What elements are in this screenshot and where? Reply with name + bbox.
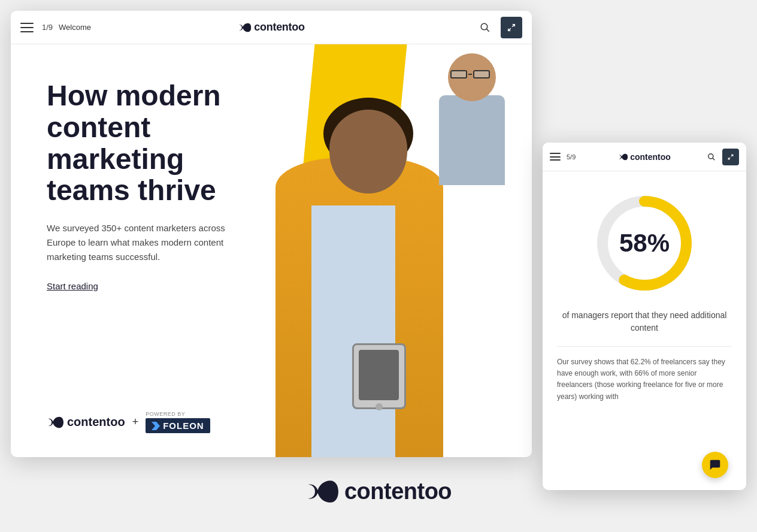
svg-point-5 — [708, 153, 713, 158]
search-button[interactable] — [474, 17, 496, 38]
foleon-brand: Powered by FOLEON — [146, 411, 210, 433]
svg-marker-4 — [152, 422, 160, 430]
logo-row: contentoo + Powered by FOLEON — [47, 411, 241, 433]
search-icon — [480, 22, 490, 33]
small-page-counter: 5/9 — [567, 153, 576, 161]
man-body — [439, 95, 505, 185]
foleon-icon — [152, 422, 160, 430]
tablet-screen — [359, 350, 399, 400]
welcome-label: Welcome — [59, 23, 91, 32]
small-topbar: 5/9 contentoo — [543, 143, 746, 171]
start-reading-link[interactable]: Start reading — [47, 281, 241, 291]
page-counter: 1/9 — [42, 23, 53, 32]
main-right-panel — [246, 44, 532, 457]
small-contentoo-logo: contentoo — [618, 152, 671, 162]
topbar-actions — [474, 17, 522, 38]
divider — [557, 346, 732, 347]
expand-button[interactable] — [501, 17, 522, 38]
small-logo-text: contentoo — [630, 152, 671, 162]
small-body-text: Our survey shows that 62.2% of freelance… — [557, 356, 732, 403]
svg-point-0 — [481, 23, 487, 30]
chat-icon — [708, 458, 722, 471]
tablet-button — [376, 403, 383, 410]
svg-line-6 — [713, 158, 714, 160]
main-heading: How modern content marketing teams thriv… — [47, 80, 241, 207]
contentoo-logo: contentoo — [238, 21, 304, 34]
small-contentoo-icon — [618, 152, 628, 162]
bottom-logo: contentoo — [305, 475, 452, 508]
foleon-logo: FOLEON — [146, 418, 210, 433]
small-expand-button[interactable] — [722, 149, 739, 165]
contentoo-logo-icon — [238, 21, 251, 34]
powered-by-label: Powered by — [146, 411, 185, 417]
main-content-area: How modern content marketing teams thriv… — [11, 44, 532, 457]
small-logo: contentoo — [618, 152, 671, 162]
menu-icon[interactable] — [20, 23, 34, 32]
main-subtext: We surveyed 350+ content marketers acros… — [47, 221, 238, 264]
woman-face — [329, 110, 407, 188]
small-window: 5/9 contentoo — [543, 143, 746, 490]
small-menu-icon[interactable] — [550, 153, 561, 161]
plus-separator: + — [132, 416, 139, 428]
person-man-image — [412, 44, 532, 182]
donut-chart: 58% — [591, 189, 698, 297]
tablet-device — [352, 343, 406, 409]
small-window-content: 58% of managers report that they need ad… — [543, 171, 746, 415]
main-window: 1/9 Welcome contentoo — [11, 11, 532, 457]
contentoo-small-icon — [47, 414, 63, 431]
small-topbar-actions — [704, 149, 739, 165]
contentoo-logo-text: contentoo — [254, 21, 304, 34]
foleon-name: FOLEON — [163, 421, 204, 431]
small-search-icon — [707, 153, 716, 161]
brand-name: contentoo — [67, 415, 125, 429]
woman-shirt — [311, 205, 395, 457]
small-expand-icon — [728, 154, 734, 160]
main-logo: contentoo — [238, 21, 304, 34]
man-glasses — [450, 69, 493, 79]
svg-line-1 — [487, 29, 489, 31]
stat-percent: 58% — [619, 229, 670, 258]
expand-icon — [507, 23, 516, 32]
bottom-logo-text: contentoo — [344, 479, 452, 504]
main-topbar: 1/9 Welcome contentoo — [11, 11, 532, 44]
main-left-panel: How modern content marketing teams thriv… — [11, 44, 271, 457]
bottom-logo-icon — [305, 475, 338, 508]
small-search-button[interactable] — [704, 150, 719, 164]
chat-bubble[interactable] — [702, 452, 728, 478]
brand-logo-small: contentoo — [47, 414, 125, 431]
stat-description: of managers report that they need additi… — [557, 309, 732, 334]
